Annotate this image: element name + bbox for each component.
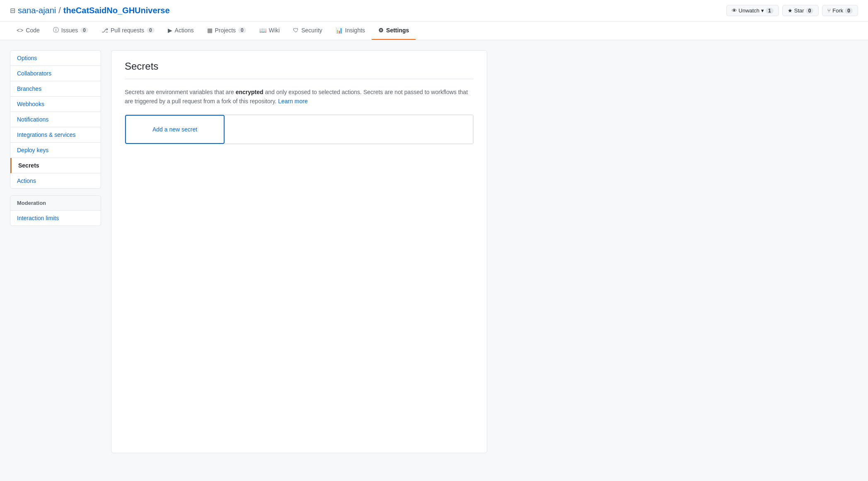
tab-code[interactable]: <> Code <box>10 22 46 40</box>
secrets-container: Add a new secret <box>125 114 474 144</box>
sidebar-main-section: Options Collaborators Branches Webhooks … <box>10 50 101 189</box>
tab-wiki[interactable]: 📖 Wiki <box>253 22 286 40</box>
eye-icon: 👁 <box>732 7 737 14</box>
star-count: 0 <box>806 8 814 14</box>
wiki-icon: 📖 <box>259 27 266 34</box>
add-secret-button[interactable]: Add a new secret <box>125 115 225 144</box>
projects-icon: ▦ <box>207 27 213 34</box>
fork-icon: ⑂ <box>827 7 831 14</box>
fork-button[interactable]: ⑂ Fork 0 <box>822 5 858 16</box>
actions-icon: ▶ <box>168 27 172 34</box>
top-bar: ⊟ sana-ajani / theCatSaidNo_GHUniverse 👁… <box>0 0 868 40</box>
add-secret-label: Add a new secret <box>152 126 197 133</box>
description-part1: Secrets are environment variables that a… <box>125 89 236 95</box>
sidebar-item-webhooks[interactable]: Webhooks <box>10 97 101 112</box>
tab-security[interactable]: 🛡 Security <box>286 22 329 40</box>
star-button[interactable]: ★ Star 0 <box>782 5 819 16</box>
sidebar: Options Collaborators Branches Webhooks … <box>10 50 101 453</box>
sidebar-item-collaborators[interactable]: Collaborators <box>10 66 101 81</box>
moderation-header: Moderation <box>10 196 101 211</box>
sidebar-item-notifications[interactable]: Notifications <box>10 112 101 127</box>
watch-dropdown-icon: ▾ <box>761 7 764 14</box>
star-icon: ★ <box>788 7 793 14</box>
repo-name[interactable]: theCatSaidNo_GHUniverse <box>63 6 170 15</box>
repo-owner[interactable]: sana-ajani <box>18 6 56 15</box>
content-area: Secrets Secrets are environment variable… <box>111 50 487 453</box>
sidebar-moderation-section: Moderation Interaction limits <box>10 195 101 226</box>
code-icon: <> <box>17 27 23 34</box>
repo-separator: / <box>58 6 61 15</box>
watch-count: 1 <box>766 8 774 14</box>
pull-requests-icon: ⎇ <box>102 27 108 34</box>
description: Secrets are environment variables that a… <box>125 87 474 106</box>
sidebar-item-secrets[interactable]: Secrets <box>10 158 101 173</box>
sidebar-item-actions[interactable]: Actions <box>10 173 101 188</box>
tab-issues[interactable]: ⓘ Issues 0 <box>46 22 95 40</box>
tab-insights[interactable]: 📊 Insights <box>329 22 372 40</box>
page-title: Secrets <box>125 61 474 72</box>
sidebar-item-interaction-limits[interactable]: Interaction limits <box>10 211 101 226</box>
tab-actions[interactable]: ▶ Actions <box>161 22 201 40</box>
main-content: Options Collaborators Branches Webhooks … <box>0 40 497 463</box>
tab-settings[interactable]: ⚙ Settings <box>372 22 416 40</box>
nav-tabs: <> Code ⓘ Issues 0 ⎇ Pull requests 0 ▶ A… <box>0 22 868 40</box>
sidebar-item-options[interactable]: Options <box>10 51 101 66</box>
fork-count: 0 <box>845 8 853 14</box>
repo-actions: 👁 Unwatch ▾ 1 ★ Star 0 ⑂ Fork 0 <box>726 5 858 16</box>
insights-icon: 📊 <box>336 27 343 34</box>
learn-more-link[interactable]: Learn more <box>278 98 308 104</box>
sidebar-item-deploy-keys[interactable]: Deploy keys <box>10 143 101 158</box>
security-icon: 🛡 <box>293 27 299 34</box>
watch-button[interactable]: 👁 Unwatch ▾ 1 <box>726 5 779 16</box>
issues-icon: ⓘ <box>53 27 59 34</box>
repo-title: ⊟ sana-ajani / theCatSaidNo_GHUniverse <box>10 6 170 15</box>
settings-icon: ⚙ <box>378 27 384 34</box>
sidebar-item-integrations-services[interactable]: Integrations & services <box>10 127 101 143</box>
tab-projects[interactable]: ▦ Projects 0 <box>201 22 253 40</box>
secrets-list-empty <box>225 115 473 144</box>
description-bold: encrypted <box>236 89 264 95</box>
tab-pull-requests[interactable]: ⎇ Pull requests 0 <box>95 22 161 40</box>
divider <box>125 79 474 79</box>
repo-icon: ⊟ <box>10 7 15 15</box>
sidebar-item-branches[interactable]: Branches <box>10 81 101 97</box>
